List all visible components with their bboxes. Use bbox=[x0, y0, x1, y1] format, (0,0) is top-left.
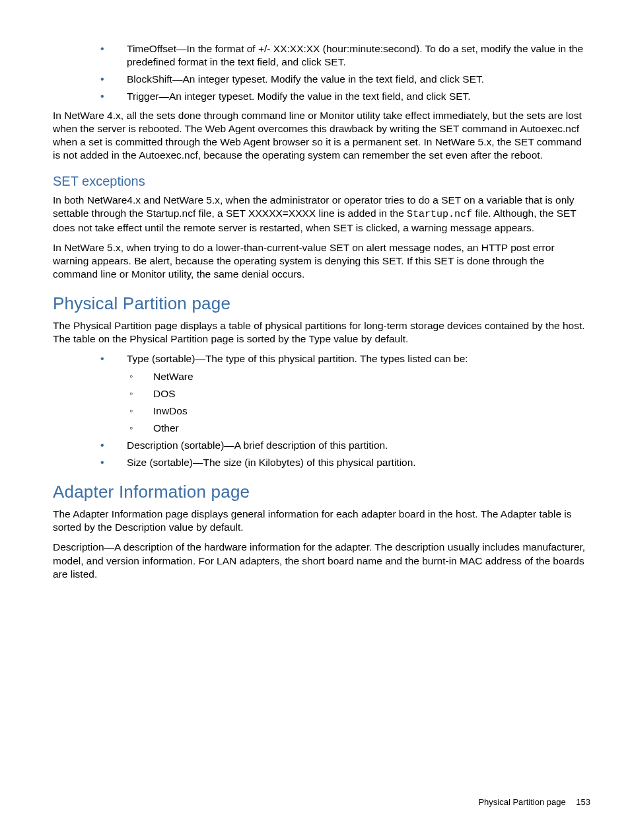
list-item: DOS bbox=[127, 387, 590, 401]
list-item: InwDos bbox=[127, 404, 590, 418]
list-item: TimeOffset—In the format of +/- XX:XX:XX… bbox=[100, 42, 590, 69]
page-footer: Physical Partition page 153 bbox=[478, 797, 590, 808]
paragraph: In both NetWare4.x and NetWare 5.x, when… bbox=[53, 194, 590, 235]
list-item: Other bbox=[127, 422, 590, 435]
paragraph: In NetWare 4.x, all the sets done throug… bbox=[53, 109, 590, 163]
heading-physical-partition: Physical Partition page bbox=[53, 293, 590, 315]
list-item: NetWare bbox=[127, 370, 590, 383]
paragraph: The Physical Partition page displays a t… bbox=[53, 319, 590, 346]
physical-partition-list: Type (sortable)—The type of this physica… bbox=[100, 352, 590, 469]
list-item: BlockShift—An integer typeset. Modify th… bbox=[100, 73, 590, 86]
footer-title: Physical Partition page bbox=[478, 797, 565, 807]
list-item: Trigger—An integer typeset. Modify the v… bbox=[100, 90, 590, 103]
paragraph: Description—A description of the hardwar… bbox=[53, 541, 590, 580]
list-item: Size (sortable)—The size (in Kilobytes) … bbox=[100, 456, 590, 469]
heading-adapter-info: Adapter Information page bbox=[53, 481, 590, 504]
page-number: 153 bbox=[576, 797, 590, 807]
text: Type (sortable)—The type of this physica… bbox=[127, 353, 468, 364]
heading-set-exceptions: SET exceptions bbox=[53, 172, 590, 190]
list-item: Type (sortable)—The type of this physica… bbox=[100, 352, 590, 435]
page-content: TimeOffset—In the format of +/- XX:XX:XX… bbox=[0, 0, 630, 840]
type-sublist: NetWare DOS InwDos Other bbox=[127, 370, 590, 436]
top-bullet-list: TimeOffset—In the format of +/- XX:XX:XX… bbox=[100, 42, 590, 104]
list-item: Description (sortable)—A brief descripti… bbox=[100, 439, 590, 452]
code-startup-ncf: Startup.ncf bbox=[407, 209, 472, 220]
paragraph: The Adapter Information page displays ge… bbox=[53, 508, 590, 534]
paragraph: In NetWare 5.x, when trying to do a lowe… bbox=[53, 241, 590, 281]
